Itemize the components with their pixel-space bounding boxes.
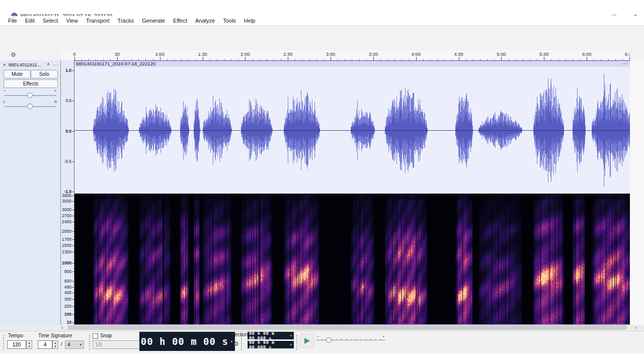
spec-ruler-label: 3000 [62, 207, 71, 212]
waveform-view[interactable] [74, 67, 630, 194]
menu-help[interactable]: Help [240, 16, 260, 25]
mute-button[interactable]: Mute [4, 70, 31, 78]
timeline-label: 6:00 [582, 51, 592, 57]
menu-analyze[interactable]: Analyze [191, 16, 219, 25]
menu-file[interactable]: File [4, 16, 21, 25]
scroll-right-icon[interactable]: › [635, 325, 636, 331]
wave-ruler-label: 1.0 [65, 68, 71, 73]
timeline-label: 1:00 [155, 51, 165, 57]
tempo-spinner[interactable]: ▴▾ [26, 340, 32, 349]
play-at-speed-icon [304, 338, 310, 344]
track-control-panel: × 88014011911... ∧ ··· Mute Solo Effects… [0, 60, 61, 325]
clip-header[interactable]: 8801401191171_2024-07-18_222120 ··· [74, 60, 630, 67]
ruler-tick [72, 192, 74, 192]
selection-start-field[interactable]: 00 h 00 m 00.000 s▾ [248, 332, 294, 339]
selection-end-field[interactable]: 00 h 00 m 00.000 s▾ [248, 341, 294, 348]
track-collapse-icon[interactable]: ∧ [47, 62, 50, 66]
ruler-tick [72, 306, 74, 307]
timesig-divider: / [61, 341, 62, 347]
timeline-label: 3:00 [326, 51, 336, 57]
spec-ruler-label: 10 [67, 320, 71, 325]
wave-ruler-label: 0.0 [65, 129, 71, 134]
tempo-label: Tempo [8, 333, 23, 338]
toolbar-grip[interactable] [89, 334, 91, 350]
ruler-tick [72, 210, 74, 210]
menu-effect[interactable]: Effect [169, 16, 191, 25]
speed-slider-thumb[interactable] [326, 337, 332, 343]
gain-min-label: − [4, 88, 6, 93]
toolbar-grip[interactable] [296, 334, 298, 350]
spec-ruler-label: 400 [64, 290, 71, 295]
clip-title: 8801401191171_2024-07-18_222120 [76, 61, 155, 66]
caret-down-icon: ▾ [290, 333, 292, 338]
ruler-tick [72, 281, 74, 282]
timesig-lower-select[interactable]: 4▾ [65, 340, 84, 349]
ruler-right-spacer [630, 50, 644, 61]
menu-view[interactable]: View [62, 16, 82, 25]
play-at-speed-button[interactable] [300, 334, 314, 348]
solo-button[interactable]: Solo [31, 70, 58, 78]
main-toolbar: I [0, 25, 644, 51]
ruler-tick [72, 161, 74, 162]
selection-options-gear-icon[interactable]: ⚙ [233, 340, 239, 347]
audio-position-display[interactable]: 00 h 00 m 00 s▾ [139, 332, 235, 351]
tempo-input[interactable] [7, 340, 26, 349]
timeline-options-gear-icon[interactable]: ⚙ [11, 51, 16, 58]
horizontal-scrollbar[interactable]: ‹ › [0, 325, 644, 331]
ruler-tick [72, 101, 74, 101]
timeline-ruler[interactable]: 0301:001:302:002:303:003:304:004:305:005… [61, 50, 630, 61]
menu-tracks[interactable]: Tracks [114, 16, 138, 25]
menu-select[interactable]: Select [39, 16, 62, 25]
ruler-tick [72, 322, 74, 323]
title-bar: 8801401191171_2024-07-18_222120 – □ × [4, 5, 640, 16]
timeline-label: 30 [115, 51, 120, 57]
caret-down-icon: ▾ [79, 342, 82, 347]
pan-left-label: L [4, 100, 6, 104]
clip-menu-icon[interactable]: ··· [621, 61, 628, 67]
scrollbar-thumb[interactable] [67, 325, 627, 330]
ruler-tick [72, 196, 74, 196]
track-name[interactable]: 88014011911... [9, 62, 41, 67]
ruler-tick [72, 314, 74, 315]
toolbar-grip[interactable] [3, 334, 5, 350]
track-close-icon[interactable]: × [3, 62, 6, 67]
spec-ruler-label: 100 [64, 312, 71, 317]
caret-down-icon: ▾ [290, 342, 292, 347]
ruler-tick [72, 131, 74, 132]
ruler-tick [72, 287, 74, 288]
track-menu-icon[interactable]: ··· [52, 62, 59, 67]
timesig-upper-input[interactable] [38, 340, 52, 349]
menu-tools[interactable]: Tools [219, 16, 240, 25]
timeline-label: 2:00 [240, 51, 250, 57]
menu-edit[interactable]: Edit [21, 16, 39, 25]
bottom-toolbar: Tempo ▴▾ Time Signature ▴▾ / 4▾ Snap 1/8… [0, 331, 644, 353]
ruler-tick [72, 272, 74, 272]
menu-transport[interactable]: Transport [82, 16, 114, 25]
ruler-tick [72, 216, 74, 216]
pan-slider-thumb[interactable] [27, 104, 33, 109]
timesig-spinner[interactable]: ▴▾ [52, 340, 58, 349]
spec-ruler-label: 2000 [62, 229, 71, 234]
menu-generate[interactable]: Generate [138, 16, 169, 25]
spectrogram-view[interactable] [74, 194, 630, 324]
pan-right-label: R [54, 100, 57, 104]
audacity-window: { "window": { "title": "8801401191171_20… [0, 0, 644, 362]
gain-slider-thumb[interactable] [27, 93, 33, 98]
spec-ruler-label: 1700 [62, 237, 71, 242]
effects-button[interactable]: Effects [4, 79, 58, 88]
wave-ruler-label: -0.5 [64, 159, 71, 164]
timeline-label: 4:30 [454, 51, 463, 57]
spec-ruler-label: 1300 [62, 249, 71, 254]
spec-ruler-label: 2400 [62, 219, 71, 224]
snap-checkbox[interactable] [93, 333, 98, 339]
spec-ruler-label: 1500 [62, 243, 71, 248]
scroll-left-icon[interactable]: ‹ [61, 325, 63, 331]
spec-ruler-label: 200 [64, 304, 71, 309]
timeline-label: 4:00 [412, 51, 421, 57]
vertical-scale-ruler[interactable]: 1.00.50.0-0.5-1.039003500300027002400200… [61, 60, 74, 325]
gain-max-label: + [54, 88, 57, 93]
timeline-label: 1:30 [198, 51, 207, 57]
vertical-scrollbar-area[interactable] [630, 60, 644, 325]
spec-ruler-label: 490 [64, 285, 71, 290]
timeline-label: 5:00 [497, 51, 506, 57]
